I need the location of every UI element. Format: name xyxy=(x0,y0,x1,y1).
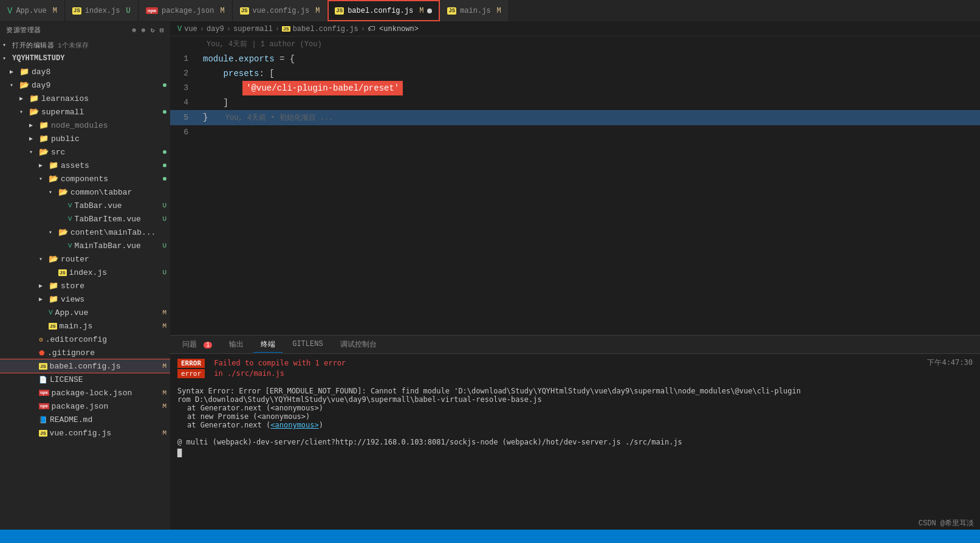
sidebar-item-public[interactable]: ▶ 📁 public xyxy=(0,132,170,145)
code-body[interactable]: 1 module.exports = { 2 presets: [ xyxy=(170,52,980,335)
folder-open-icon: 📂 xyxy=(58,187,68,197)
sidebar-item-editorconfig[interactable]: ⚙ .editorconfig xyxy=(0,333,170,346)
sidebar-item-src[interactable]: ▾ 📂 src xyxy=(0,145,170,159)
sidebar-scroll: ▾ 打开的编辑器 1个未保存 ▾ YQYHTMLSTUDY ▶ 📁 day8 ▾… xyxy=(0,38,170,530)
sidebar-title: 资源管理器 xyxy=(6,26,41,35)
code-line-4: 4 ] xyxy=(170,95,980,110)
sidebar-root[interactable]: ▾ YQYHTMLSTUDY xyxy=(0,52,170,65)
item-label: babel.config.js xyxy=(50,362,121,371)
new-file-icon[interactable]: ⊕ xyxy=(132,26,137,34)
sidebar-item-readme[interactable]: 📘 README.md xyxy=(0,413,170,426)
sidebar-item-vue-config[interactable]: JS vue.config.js M xyxy=(0,426,170,440)
sidebar-item-package-json[interactable]: npm package.json M xyxy=(0,399,170,413)
code-line-6: 6 xyxy=(170,125,980,140)
panel-tab-gitlens[interactable]: GITLENS xyxy=(285,337,330,351)
tab-main-js[interactable]: JS main.js M xyxy=(440,0,509,21)
sidebar-item-maintabbar-vue[interactable]: V MainTabBar.vue U xyxy=(0,239,170,252)
item-label: main.js xyxy=(60,322,93,331)
line-number: 5 xyxy=(170,111,200,125)
problems-badge: 1 xyxy=(204,342,212,348)
sidebar-item-content-maintab[interactable]: ▾ 📂 content\mainTab... xyxy=(0,226,170,239)
sidebar-item-store[interactable]: ▶ 📁 store xyxy=(0,279,170,292)
refresh-icon[interactable]: ↻ xyxy=(151,26,155,34)
js-icon: JS xyxy=(240,7,249,15)
token: } xyxy=(203,112,208,122)
sidebar-item-tabbar-vue[interactable]: V TabBar.vue U xyxy=(0,199,170,212)
chevron-icon: ▾ xyxy=(19,108,29,116)
open-editors-section[interactable]: ▾ 打开的编辑器 1个未保存 xyxy=(0,38,170,52)
chevron-icon: ▶ xyxy=(29,135,39,142)
modified-indicator xyxy=(163,164,166,167)
tab-status: M xyxy=(315,7,320,15)
file-status: U xyxy=(162,215,166,223)
chevron-icon: ▾ xyxy=(39,175,49,182)
line-content: presets: [ xyxy=(200,66,980,81)
line-content: } You, 4天前 • 初始化项目 ... xyxy=(200,110,980,125)
sidebar-item-tabbaritem-vue[interactable]: V TabBarItem.vue U xyxy=(0,212,170,226)
expand-icon: ▾ xyxy=(2,41,12,49)
item-label: views xyxy=(61,295,84,304)
sidebar-item-router-index[interactable]: JS index.js U xyxy=(0,266,170,279)
misc-file-icon: 📄 xyxy=(39,376,47,384)
sidebar-item-license[interactable]: 📄 LICENSE xyxy=(0,373,170,386)
folder-icon: 📁 xyxy=(49,281,58,291)
tab-vue-config[interactable]: JS vue.config.js M xyxy=(233,0,328,21)
main-layout: 资源管理器 ⊕ ⊕ ↻ ⊟ ▾ 打开的编辑器 1个未保存 ▾ YQYHTMLST… xyxy=(0,22,980,530)
code-line-2: 2 presets: [ xyxy=(170,66,980,81)
file-status: M xyxy=(162,362,166,370)
sidebar-item-app-vue[interactable]: V App.vue M xyxy=(0,306,170,319)
item-label: src xyxy=(51,148,65,157)
line-number: 1 xyxy=(170,52,200,66)
misc-file-icon: ⚙ xyxy=(39,336,43,344)
breadcrumb-part: babel.config.js xyxy=(293,25,358,33)
sidebar-item-router[interactable]: ▾ 📂 router xyxy=(0,252,170,266)
sidebar-item-views[interactable]: ▶ 📁 views xyxy=(0,292,170,306)
item-label: supermall xyxy=(41,108,84,117)
folder-open-icon: 📂 xyxy=(19,80,29,90)
tab-label: 输出 xyxy=(229,341,244,349)
tab-index-js[interactable]: JS index.js U xyxy=(65,0,139,21)
sidebar-item-learnaxios[interactable]: ▶ 📁 learnaxios xyxy=(0,92,170,105)
sidebar-item-common-tabbar[interactable]: ▾ 📂 common\tabbar xyxy=(0,185,170,199)
code-line-3: 3 '@vue/cli-plugin-babel/preset' xyxy=(170,81,980,95)
item-label: TabBar.vue xyxy=(75,201,122,210)
sidebar-item-node-modules[interactable]: ▶ 📁 node_modules xyxy=(0,119,170,132)
sidebar-item-package-lock[interactable]: npm package-lock.json M xyxy=(0,386,170,399)
js-file-icon: JS xyxy=(39,363,47,370)
tab-babel-config[interactable]: JS babel.config.js M xyxy=(327,0,440,21)
item-label: components xyxy=(61,175,108,184)
sidebar-item-components[interactable]: ▾ 📂 components xyxy=(0,172,170,185)
panel-tab-output[interactable]: 输出 xyxy=(222,337,251,353)
vue-icon: V xyxy=(7,6,12,16)
sidebar-item-supermall[interactable]: ▾ 📂 supermall xyxy=(0,105,170,119)
new-folder-icon[interactable]: ⊕ xyxy=(142,26,146,34)
item-label: day9 xyxy=(32,81,50,90)
chevron-icon: ▶ xyxy=(39,282,49,289)
sidebar-item-main-js[interactable]: JS main.js M xyxy=(0,319,170,333)
sidebar-item-gitignore[interactable]: ⬟ .gitignore xyxy=(0,346,170,359)
error-badge: ERROR xyxy=(177,359,205,368)
tab-package-json[interactable]: npm package.json M xyxy=(139,0,233,21)
git-blame: You, 4天前 | 1 author (You) xyxy=(170,36,980,52)
tab-app-vue[interactable]: V App.vue M xyxy=(0,0,65,21)
js-file-icon: JS xyxy=(49,323,57,330)
sidebar-item-babel-config[interactable]: JS babel.config.js M xyxy=(0,359,170,373)
chevron-icon: ▾ xyxy=(39,255,49,263)
error-timestamp: 下午4:47:30 xyxy=(927,358,973,368)
panel-tab-problems[interactable]: 问题 1 xyxy=(175,337,219,353)
sidebar-item-day8[interactable]: ▶ 📁 day8 xyxy=(0,65,170,78)
tab-label: 问题 xyxy=(182,341,197,349)
tab-label: main.js xyxy=(460,7,490,15)
sidebar-item-day9[interactable]: ▾ 📂 day9 xyxy=(0,78,170,92)
sidebar-item-assets[interactable]: ▶ 📁 assets xyxy=(0,159,170,172)
panel-tab-debug-console[interactable]: 调试控制台 xyxy=(333,337,384,353)
item-label: store xyxy=(61,282,84,291)
modified-dot xyxy=(427,9,432,13)
collapse-icon[interactable]: ⊟ xyxy=(160,26,164,34)
item-label: package.json xyxy=(52,402,109,411)
chevron-icon: ▾ xyxy=(29,148,39,156)
folder-icon: 📁 xyxy=(19,67,29,77)
panel-tabs: 问题 1 输出 终端 GITLENS 调试控制台 xyxy=(170,336,980,354)
panel-tab-terminal[interactable]: 终端 xyxy=(253,337,283,353)
modified-indicator xyxy=(163,150,166,154)
